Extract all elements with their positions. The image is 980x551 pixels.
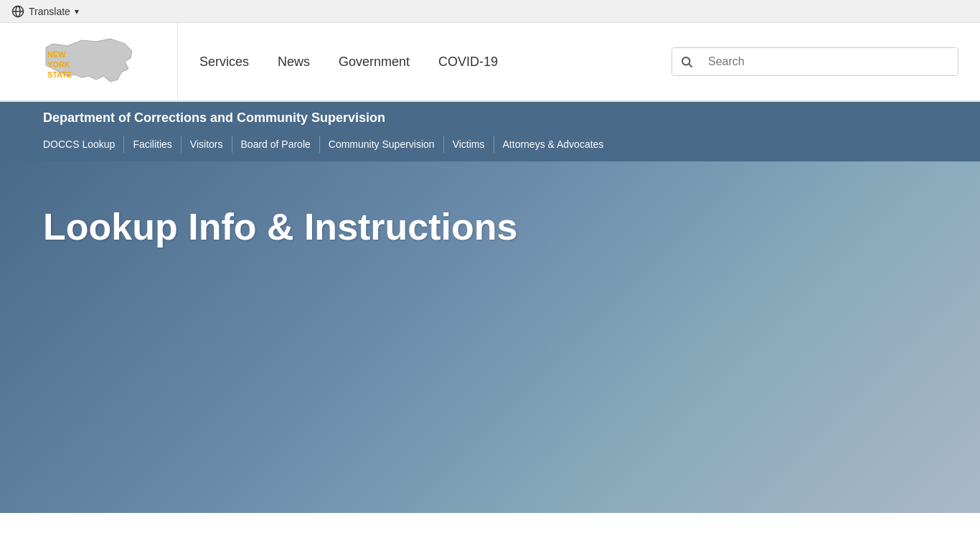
ny-state-logo: NEW YORK STATE	[32, 33, 146, 90]
nav-item-covid[interactable]: COVID-19	[438, 55, 498, 70]
dept-title: Department of Corrections and Community …	[43, 110, 937, 126]
dept-nav-board-of-parole[interactable]: Board of Parole	[232, 136, 320, 153]
nav-item-services[interactable]: Services	[199, 55, 249, 70]
svg-line-7	[689, 64, 692, 67]
nav-item-government[interactable]: Government	[339, 55, 410, 70]
svg-text:NEW: NEW	[47, 50, 66, 59]
main-nav: Services News Government COVID-19	[178, 23, 980, 100]
svg-text:STATE: STATE	[47, 70, 72, 79]
translate-button[interactable]: Translate ▾	[11, 5, 79, 18]
nav-item-news[interactable]: News	[278, 55, 310, 70]
svg-text:YORK: YORK	[47, 60, 70, 69]
globe-icon	[11, 5, 24, 18]
search-button[interactable]	[672, 47, 701, 76]
translate-label: Translate	[29, 6, 70, 17]
dept-nav-community-supervision[interactable]: Community Supervision	[320, 136, 444, 153]
dept-nav-attorneys-advocates[interactable]: Attorneys & Advocates	[494, 136, 613, 153]
chevron-down-icon: ▾	[75, 6, 79, 17]
page-title: Lookup Info & Instructions	[43, 204, 518, 249]
dept-bar: Department of Corrections and Community …	[0, 102, 980, 161]
search-input[interactable]	[701, 47, 958, 76]
svg-point-6	[682, 57, 690, 65]
hero-section: Lookup Info & Instructions	[0, 161, 980, 513]
logo-area[interactable]: NEW YORK STATE	[0, 22, 178, 101]
dept-nav-visitors[interactable]: Visitors	[182, 136, 232, 153]
dept-nav-victims[interactable]: Victims	[444, 136, 494, 153]
dept-nav-doccs-lookup[interactable]: DOCCS Lookup	[43, 136, 124, 153]
dept-nav: DOCCS Lookup Facilities Visitors Board o…	[43, 136, 937, 153]
search-icon	[680, 55, 693, 68]
dept-nav-facilities[interactable]: Facilities	[124, 136, 181, 153]
site-header: NEW YORK STATE Services News Government …	[0, 23, 980, 102]
search-container	[672, 47, 958, 76]
translate-bar: Translate ▾	[0, 0, 980, 23]
